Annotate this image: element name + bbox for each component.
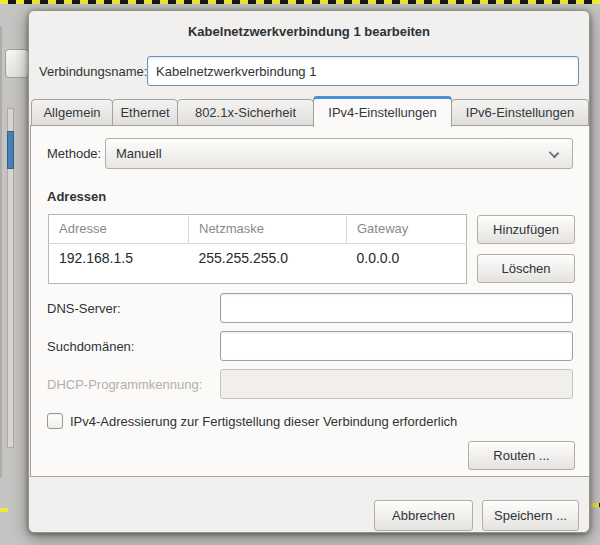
require-ipv4-label: IPv4-Adressierung zur Fertigstellung die… <box>70 414 457 429</box>
settings-tabbar: Allgemein Ethernet 802.1x-Sicherheit IPv… <box>31 94 588 126</box>
cell-netzmaske[interactable]: 255.255.255.0 <box>189 244 347 284</box>
column-header-adresse[interactable]: Adresse <box>49 215 189 244</box>
button-label: Routen ... <box>493 448 549 463</box>
column-header-gateway[interactable]: Gateway <box>347 215 467 244</box>
edit-connection-dialog: Kabelnetzwerkverbindung 1 bearbeiten Ver… <box>28 10 590 533</box>
column-header-netzmaske[interactable]: Netzmaske <box>189 215 347 244</box>
selection-ants-top <box>0 0 600 4</box>
cancel-button[interactable]: Abbrechen <box>374 500 473 531</box>
tab-8021x-sicherheit[interactable]: 802.1x-Sicherheit <box>177 99 314 126</box>
tab-label: IPv6-Einstellungen <box>466 105 574 120</box>
button-label: Abbrechen <box>392 508 455 523</box>
tab-ethernet[interactable]: Ethernet <box>112 99 178 126</box>
cell-gateway[interactable]: 0.0.0.0 <box>347 244 467 284</box>
addresses-section-title: Adressen <box>47 189 106 204</box>
dhcp-client-id-input <box>220 369 573 399</box>
search-domains-input[interactable] <box>220 331 573 361</box>
tab-label: Ethernet <box>120 105 169 120</box>
background-window-scrollbar-slider <box>7 131 14 169</box>
tab-label: IPv4-Einstellungen <box>328 105 436 120</box>
add-address-button[interactable]: Hinzufügen <box>477 215 575 244</box>
tab-label: Allgemein <box>43 105 100 120</box>
dialog-title: Kabelnetzwerkverbindung 1 bearbeiten <box>29 24 589 39</box>
cell-adresse[interactable]: 192.168.1.5 <box>49 244 189 284</box>
button-label: Hinzufügen <box>493 222 559 237</box>
selection-ants-right <box>591 503 600 507</box>
selection-ants-left <box>0 508 8 512</box>
button-label: Löschen <box>501 261 550 276</box>
chevron-down-icon <box>549 148 559 158</box>
button-label: Speichern ... <box>494 508 567 523</box>
background-window-button-fragment <box>5 49 29 78</box>
table-row[interactable]: 192.168.1.5 255.255.255.0 0.0.0.0 <box>49 244 467 284</box>
connection-name-label: Verbindungsname: <box>39 64 147 79</box>
dhcp-client-id-label: DHCP-Programmkennung: <box>47 377 202 392</box>
tab-ipv4-einstellungen[interactable]: IPv4-Einstellungen <box>313 96 452 127</box>
method-label: Methode: <box>47 146 101 161</box>
method-dropdown[interactable]: Manuell <box>105 138 573 169</box>
dns-server-input[interactable] <box>220 293 573 323</box>
require-ipv4-checkbox[interactable] <box>47 413 63 429</box>
address-table-header-row: Adresse Netzmaske Gateway <box>49 215 467 244</box>
address-table[interactable]: Adresse Netzmaske Gateway 192.168.1.5 25… <box>48 214 467 284</box>
connection-name-input[interactable] <box>147 56 579 86</box>
ipv4-settings-panel: Methode: Manuell Adressen Adresse Netzma… <box>30 125 590 477</box>
tab-ipv6-einstellungen[interactable]: IPv6-Einstellungen <box>451 99 589 126</box>
method-selected-value: Manuell <box>116 146 162 161</box>
save-button[interactable]: Speichern ... <box>482 500 579 531</box>
search-domains-label: Suchdomänen: <box>47 339 134 354</box>
background-window-edge <box>0 26 2 478</box>
tab-allgemein[interactable]: Allgemein <box>31 99 113 126</box>
delete-address-button[interactable]: Löschen <box>477 254 575 283</box>
dns-server-label: DNS-Server: <box>47 301 121 316</box>
tab-label: 802.1x-Sicherheit <box>195 105 296 120</box>
routes-button[interactable]: Routen ... <box>468 441 575 470</box>
